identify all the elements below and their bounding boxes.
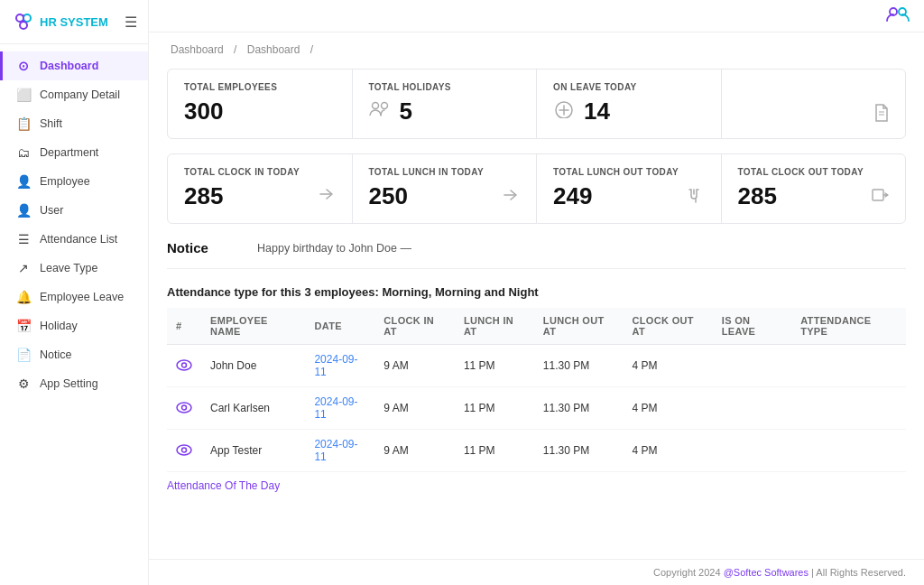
- stat-value: 300: [184, 98, 336, 125]
- cell-date: 2024-09-11: [305, 387, 374, 430]
- sidebar-item-holiday[interactable]: 📅 Holiday: [0, 311, 148, 340]
- attendance-of-the-day-link[interactable]: Attendance Of The Day: [167, 479, 280, 492]
- svg-point-1: [23, 14, 31, 22]
- cell-num: [167, 387, 201, 430]
- employee-leave-icon: 🔔: [15, 290, 32, 304]
- stat-label: TOTAL CLOCK IN TODAY: [184, 167, 336, 177]
- sidebar-item-label: App Setting: [40, 377, 98, 390]
- col-attendance-type: ATTENDANCE TYPE: [791, 308, 906, 345]
- breadcrumb-separator-2: /: [310, 43, 313, 56]
- svg-point-16: [177, 445, 191, 455]
- sidebar-item-attendance-list[interactable]: ☰ Attendance List: [0, 225, 148, 254]
- footer: Copyright 2024 @Softec Softwares | All R…: [149, 559, 924, 585]
- logo-text: HR SYSTEM: [40, 15, 108, 29]
- cell-clock-in: 9 AM: [374, 345, 455, 387]
- cell-is-on-leave: [713, 387, 791, 430]
- view-icon[interactable]: [176, 443, 192, 459]
- sidebar-item-dashboard[interactable]: ⊙ Dashboard: [0, 51, 148, 80]
- cell-lunch-in: 11 PM: [455, 430, 534, 472]
- topbar: [149, 0, 924, 32]
- sidebar-item-app-setting[interactable]: ⚙ App Setting: [0, 369, 148, 398]
- table-row: App Tester 2024-09-11 9 AM 11 PM 11.30 P…: [167, 430, 906, 472]
- shift-icon: 📋: [15, 116, 32, 131]
- main-panel: Dashboard / Dashboard / TOTAL EMPLOYEES …: [149, 0, 924, 585]
- cell-attendance-type: [791, 430, 906, 472]
- svg-point-6: [372, 103, 378, 109]
- col-clock-out: CLOCK OUT AT: [623, 308, 712, 345]
- stat-label: TOTAL LUNCH OUT TODAY: [553, 167, 705, 177]
- col-is-on-leave: IS ON LEAVE: [713, 308, 791, 345]
- svg-point-13: [182, 363, 187, 367]
- stat-total-employees: TOTAL EMPLOYEES 300: [168, 70, 353, 138]
- sidebar-item-department[interactable]: 🗂 Department: [0, 138, 148, 167]
- cell-clock-out: 4 PM: [623, 345, 712, 387]
- cell-employee-name: Carl Karlsen: [201, 387, 305, 430]
- breadcrumb-item-2[interactable]: Dashboard: [247, 43, 300, 56]
- stat-value: 5: [400, 98, 412, 125]
- sidebar-item-leave-type[interactable]: ↗ Leave Type: [0, 254, 148, 283]
- cell-employee-name: App Tester: [201, 430, 305, 472]
- stat-on-leave-today: ON LEAVE TODAY 14: [537, 70, 722, 138]
- footer-suffix: | All Rights Reserved.: [808, 567, 906, 578]
- table-row: Carl Karlsen 2024-09-11 9 AM 11 PM 11.30…: [167, 387, 906, 430]
- attendance-section: Attendance type for this 3 employees: Mo…: [167, 285, 906, 492]
- sidebar-item-label: Employee Leave: [40, 291, 124, 303]
- sidebar-item-employee-leave[interactable]: 🔔 Employee Leave: [0, 283, 148, 311]
- sidebar-item-notice[interactable]: 📄 Notice: [0, 340, 148, 369]
- notice-icon: 📄: [15, 348, 32, 362]
- view-icon[interactable]: [176, 358, 192, 374]
- sidebar-item-label: Company Detail: [40, 88, 120, 101]
- logo: HR SYSTEM: [11, 9, 108, 34]
- sidebar-item-employee[interactable]: 👤 Employee: [0, 167, 148, 196]
- sidebar-item-label: Shift: [40, 117, 62, 130]
- employee-icon: 👤: [15, 174, 32, 189]
- table-header-row: # EMPLOYEE NAME DATE CLOCK IN AT LUNCH I…: [167, 308, 906, 345]
- breadcrumb: Dashboard / Dashboard /: [167, 43, 906, 56]
- cell-lunch-out: 11.30 PM: [534, 345, 624, 387]
- dashboard-icon: ⊙: [15, 59, 32, 73]
- cell-is-on-leave: [713, 430, 791, 472]
- attendance-icon: ☰: [15, 232, 32, 246]
- breadcrumb-item-1[interactable]: Dashboard: [171, 43, 224, 56]
- logo-icon: [11, 9, 36, 34]
- holidays-people-icon: [369, 101, 391, 122]
- col-lunch-out: LUNCH OUT AT: [534, 308, 624, 345]
- svg-point-0: [16, 14, 23, 22]
- sidebar-item-label: Leave Type: [40, 262, 97, 274]
- cell-lunch-in: 11 PM: [455, 387, 534, 430]
- user-icon: 👤: [15, 203, 32, 218]
- stat-value: 250: [369, 182, 408, 210]
- svg-point-15: [182, 405, 187, 410]
- cell-clock-out: 4 PM: [623, 430, 712, 472]
- view-icon[interactable]: [176, 401, 192, 416]
- stat-lunch-in: TOTAL LUNCH IN TODAY 250: [353, 154, 538, 223]
- svg-point-12: [177, 360, 191, 370]
- lunch-out-icon: [687, 186, 705, 207]
- stat-clock-out: TOTAL CLOCK OUT TODAY 285: [722, 154, 906, 223]
- lunch-in-icon: [502, 186, 520, 207]
- notice-text: Happy birthday to John Doe —: [257, 242, 411, 255]
- stat-lunch-out: TOTAL LUNCH OUT TODAY 249: [537, 154, 722, 223]
- app-setting-icon: ⚙: [15, 376, 32, 391]
- sidebar-header: HR SYSTEM ☰: [0, 0, 148, 44]
- sidebar-item-user[interactable]: 👤 User: [0, 196, 148, 225]
- notice-title: Notice: [167, 240, 239, 255]
- stat-value: 14: [584, 98, 610, 125]
- user-profile-icon[interactable]: [886, 5, 910, 26]
- cell-attendance-type: [791, 387, 906, 430]
- sidebar-item-label: Notice: [40, 348, 71, 361]
- sidebar-item-shift[interactable]: 📋 Shift: [0, 109, 148, 138]
- col-date: DATE: [305, 308, 374, 345]
- stat-value: 285: [184, 182, 223, 210]
- document-icon: [873, 103, 891, 125]
- cell-is-on-leave: [713, 345, 791, 387]
- footer-link[interactable]: @Softec Softwares: [724, 567, 808, 578]
- attendance-heading: Attendance type for this 3 employees: Mo…: [167, 285, 906, 299]
- hamburger-button[interactable]: ☰: [125, 14, 137, 31]
- cell-num: [167, 345, 201, 387]
- company-icon: ⬜: [15, 88, 32, 102]
- holiday-icon: 📅: [15, 319, 32, 333]
- table-row: John Doe 2024-09-11 9 AM 11 PM 11.30 PM …: [167, 345, 906, 387]
- clock-out-icon: [871, 186, 889, 207]
- sidebar-item-company-detail[interactable]: ⬜ Company Detail: [0, 80, 148, 109]
